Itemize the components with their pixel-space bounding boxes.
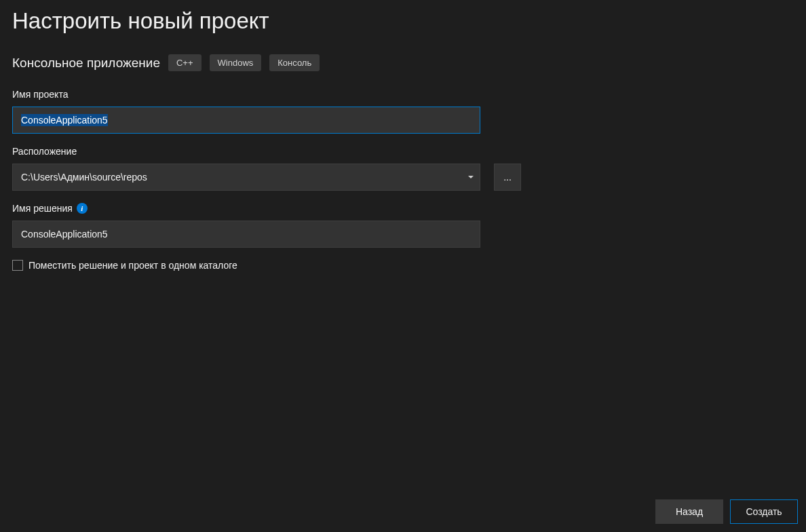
project-name-label: Имя проекта xyxy=(12,89,794,100)
location-label: Расположение xyxy=(12,146,794,157)
footer-buttons: Назад Создать xyxy=(655,499,798,524)
project-name-input[interactable]: ConsoleApplication5 xyxy=(12,107,480,134)
info-icon[interactable]: i xyxy=(77,203,88,214)
solution-name-label: Имя решения xyxy=(12,203,73,214)
project-name-value: ConsoleApplication5 xyxy=(21,114,108,126)
project-type-subtitle: Консольное приложение xyxy=(12,56,160,71)
tag-cpp: C++ xyxy=(168,54,202,71)
location-section: Расположение C:\Users\Админ\source\repos… xyxy=(0,134,806,191)
tag-windows: Windows xyxy=(210,54,262,71)
project-name-section: Имя проекта ConsoleApplication5 xyxy=(0,77,806,134)
page-title: Настроить новый проект xyxy=(0,0,806,34)
browse-button[interactable]: ... xyxy=(494,164,521,191)
same-directory-checkbox[interactable] xyxy=(12,260,23,271)
solution-name-input[interactable]: ConsoleApplication5 xyxy=(12,221,480,248)
solution-name-section: Имя решения i ConsoleApplication5 xyxy=(0,191,806,248)
same-directory-label[interactable]: Поместить решение и проект в одном катал… xyxy=(28,260,237,271)
same-directory-row: Поместить решение и проект в одном катал… xyxy=(0,248,806,271)
create-button[interactable]: Создать xyxy=(730,499,798,524)
location-input[interactable]: C:\Users\Админ\source\repos xyxy=(12,164,480,191)
location-value: C:\Users\Админ\source\repos xyxy=(21,172,147,183)
tag-console: Консоль xyxy=(269,54,320,71)
solution-name-value: ConsoleApplication5 xyxy=(21,229,108,240)
chevron-down-icon[interactable] xyxy=(468,176,474,178)
subtitle-row: Консольное приложение C++ Windows Консол… xyxy=(0,34,806,77)
back-button[interactable]: Назад xyxy=(655,499,723,524)
